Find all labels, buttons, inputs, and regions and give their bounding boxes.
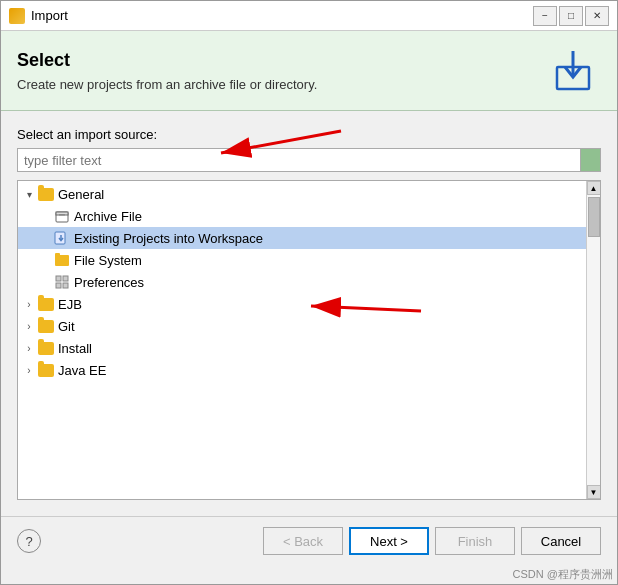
item-label-preferences: Preferences: [74, 275, 144, 290]
window-title: Import: [31, 8, 533, 23]
item-label-general: General: [58, 187, 104, 202]
clear-icon: [586, 155, 596, 165]
header-section: Select Create new projects from an archi…: [1, 31, 617, 111]
scroll-thumb[interactable]: [588, 197, 600, 237]
item-icon-git: [38, 318, 54, 334]
back-button[interactable]: < Back: [263, 527, 343, 555]
tree-item-install[interactable]: ›Install: [18, 337, 586, 359]
close-button[interactable]: ✕: [585, 6, 609, 26]
tree-item-general[interactable]: ▾General: [18, 183, 586, 205]
svg-rect-6: [56, 276, 61, 281]
tree-item-java-ee[interactable]: ›Java EE: [18, 359, 586, 381]
header-text: Select Create new projects from an archi…: [17, 50, 317, 92]
tree-item-file-system[interactable]: File System: [18, 249, 586, 271]
page-title: Select: [17, 50, 317, 71]
svg-rect-4: [59, 214, 65, 216]
content-area: Select an import source: ▾GeneralArchive…: [1, 111, 617, 516]
item-icon-install: [38, 340, 54, 356]
filter-row: [17, 148, 601, 172]
item-label-git: Git: [58, 319, 75, 334]
minimize-button[interactable]: −: [533, 6, 557, 26]
expand-icon-git[interactable]: ›: [22, 319, 36, 333]
tree-item-ejb[interactable]: ›EJB: [18, 293, 586, 315]
watermark: CSDN @程序贵洲洲: [1, 565, 617, 584]
svg-rect-8: [56, 283, 61, 288]
maximize-button[interactable]: □: [559, 6, 583, 26]
cancel-button[interactable]: Cancel: [521, 527, 601, 555]
svg-rect-9: [63, 283, 68, 288]
tree-item-git[interactable]: ›Git: [18, 315, 586, 337]
item-icon-ejb: [38, 296, 54, 312]
filter-input[interactable]: [17, 148, 581, 172]
help-button[interactable]: ?: [17, 529, 41, 553]
item-label-file-system: File System: [74, 253, 142, 268]
item-label-ejb: EJB: [58, 297, 82, 312]
item-label-java-ee: Java EE: [58, 363, 106, 378]
page-subtitle: Create new projects from an archive file…: [17, 77, 317, 92]
item-icon-archive-file: [54, 208, 70, 224]
next-button[interactable]: Next >: [349, 527, 429, 555]
item-icon-java-ee: [38, 362, 54, 378]
tree-item-existing-projects[interactable]: Existing Projects into Workspace: [18, 227, 586, 249]
bottom-left: ?: [17, 529, 41, 553]
item-label-existing-projects: Existing Projects into Workspace: [74, 231, 263, 246]
tree-item-archive-file[interactable]: Archive File: [18, 205, 586, 227]
bottom-right: < Back Next > Finish Cancel: [41, 527, 601, 555]
tree-list[interactable]: ▾GeneralArchive FileExisting Projects in…: [18, 181, 586, 499]
expand-icon-java-ee[interactable]: ›: [22, 363, 36, 377]
window-icon: [9, 8, 25, 24]
expand-icon-file-system: [38, 253, 52, 267]
expand-icon-archive-file: [38, 209, 52, 223]
tree-item-preferences[interactable]: Preferences: [18, 271, 586, 293]
import-dialog: Import − □ ✕ Select Create new projects …: [0, 0, 618, 585]
expand-icon-ejb[interactable]: ›: [22, 297, 36, 311]
item-icon-preferences: [54, 274, 70, 290]
expand-icon-general[interactable]: ▾: [22, 187, 36, 201]
filter-clear-button[interactable]: [581, 148, 601, 172]
expand-icon-existing-projects: [38, 231, 52, 245]
finish-button[interactable]: Finish: [435, 527, 515, 555]
item-label-install: Install: [58, 341, 92, 356]
svg-rect-5: [55, 232, 65, 244]
filter-label: Select an import source:: [17, 127, 601, 142]
tree-scrollbar: ▲ ▼: [586, 181, 600, 499]
item-label-archive-file: Archive File: [74, 209, 142, 224]
scroll-down-arrow[interactable]: ▼: [587, 485, 601, 499]
svg-rect-1: [586, 155, 596, 165]
svg-rect-7: [63, 276, 68, 281]
item-icon-file-system: [54, 252, 70, 268]
bottom-bar: ? < Back Next > Finish Cancel: [1, 516, 617, 565]
item-icon-existing-projects: [54, 230, 70, 246]
item-icon-general: [38, 186, 54, 202]
scroll-track: [587, 195, 600, 485]
expand-icon-install[interactable]: ›: [22, 341, 36, 355]
expand-icon-preferences: [38, 275, 52, 289]
tree-container: ▾GeneralArchive FileExisting Projects in…: [17, 180, 601, 500]
header-import-icon: [553, 47, 601, 95]
title-bar: Import − □ ✕: [1, 1, 617, 31]
scroll-up-arrow[interactable]: ▲: [587, 181, 601, 195]
window-controls: − □ ✕: [533, 6, 609, 26]
